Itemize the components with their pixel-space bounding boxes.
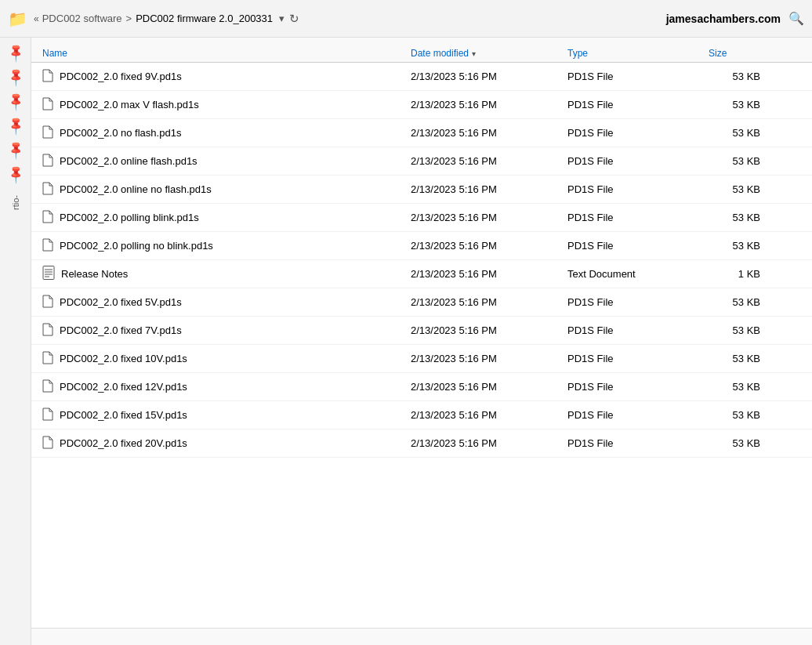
document-icon: [42, 266, 55, 282]
pin-icon-3[interactable]: 📌: [5, 91, 27, 113]
breadcrumb-separator: >: [126, 13, 132, 24]
folder-icon: 📁: [8, 9, 27, 28]
pin-icon-2[interactable]: 📌: [5, 67, 27, 89]
pin-icon-6[interactable]: 📌: [5, 164, 27, 186]
file-name-cell: PDC002_2.0 fixed 20V.pd1s: [31, 436, 400, 451]
file-size: 53 KB: [698, 183, 776, 195]
table-row[interactable]: PDC002_2.0 fixed 7V.pd1s 2/13/2023 5:16 …: [31, 317, 812, 345]
col-name-header[interactable]: Name: [31, 48, 400, 59]
pin-icon-4[interactable]: 📌: [5, 115, 27, 137]
file-date: 2/13/2023 5:16 PM: [400, 409, 556, 421]
refresh-button[interactable]: ↻: [289, 12, 299, 26]
file-size: 53 KB: [698, 71, 776, 82]
file-name: PDC002_2.0 online flash.pd1s: [60, 155, 198, 167]
file-date: 2/13/2023 5:16 PM: [400, 268, 556, 280]
file-name: PDC002_2.0 fixed 5V.pd1s: [60, 296, 182, 308]
col-size-header[interactable]: Size: [698, 48, 776, 59]
file-name: PDC002_2.0 fixed 9V.pd1s: [60, 71, 182, 82]
file-icon: [42, 323, 53, 339]
file-date: 2/13/2023 5:16 PM: [400, 212, 556, 223]
site-name[interactable]: jamesachambers.com: [666, 13, 781, 25]
file-name-cell: PDC002_2.0 polling blink.pd1s: [31, 210, 400, 226]
file-type: PD1S File: [556, 381, 698, 393]
table-row[interactable]: PDC002_2.0 online flash.pd1s 2/13/2023 5…: [31, 147, 812, 176]
table-row[interactable]: PDC002_2.0 online no flash.pd1s 2/13/202…: [31, 176, 812, 204]
table-row[interactable]: PDC002_2.0 polling blink.pd1s 2/13/2023 …: [31, 204, 812, 232]
table-row[interactable]: PDC002_2.0 fixed 9V.pd1s 2/13/2023 5:16 …: [31, 63, 812, 91]
file-name: PDC002_2.0 polling blink.pd1s: [60, 212, 199, 223]
table-row[interactable]: PDC002_2.0 fixed 5V.pd1s 2/13/2023 5:16 …: [31, 288, 812, 317]
file-size: 53 KB: [698, 240, 776, 252]
table-row[interactable]: PDC002_2.0 max V flash.pd1s 2/13/2023 5:…: [31, 91, 812, 119]
file-date: 2/13/2023 5:16 PM: [400, 381, 556, 393]
file-icon: [42, 295, 53, 310]
col-type-header[interactable]: Type: [556, 48, 698, 59]
file-name-cell: PDC002_2.0 polling no blink.pd1s: [31, 238, 400, 254]
breadcrumb-arrow: «: [34, 13, 39, 24]
file-type: PD1S File: [556, 437, 698, 449]
file-name: PDC002_2.0 fixed 7V.pd1s: [60, 324, 182, 336]
file-name: PDC002_2.0 fixed 12V.pd1s: [60, 381, 187, 393]
file-type: PD1S File: [556, 155, 698, 167]
column-headers: Name Date modified ▾ Type Size: [31, 38, 812, 63]
pin-icon-1[interactable]: 📌: [5, 42, 27, 64]
breadcrumb-dropdown-icon[interactable]: ▾: [279, 13, 285, 24]
sidebar-partial-label: rtio-: [11, 195, 20, 210]
file-icon: [42, 154, 53, 169]
breadcrumb-current[interactable]: PDC002 firmware 2.0_200331: [136, 13, 273, 24]
file-icon: [42, 182, 53, 197]
table-row[interactable]: PDC002_2.0 fixed 12V.pd1s 2/13/2023 5:16…: [31, 373, 812, 401]
file-type: PD1S File: [556, 409, 698, 421]
file-size: 53 KB: [698, 127, 776, 139]
sort-arrow-icon: ▾: [472, 49, 476, 58]
table-row[interactable]: PDC002_2.0 polling no blink.pd1s 2/13/20…: [31, 232, 812, 260]
file-name: PDC002_2.0 max V flash.pd1s: [60, 99, 199, 111]
file-date: 2/13/2023 5:16 PM: [400, 127, 556, 139]
file-name: PDC002_2.0 fixed 15V.pd1s: [60, 409, 187, 421]
file-icon: [42, 97, 53, 113]
file-type: PD1S File: [556, 296, 698, 308]
col-date-header[interactable]: Date modified ▾: [400, 48, 556, 59]
table-row[interactable]: PDC002_2.0 fixed 15V.pd1s 2/13/2023 5:16…: [31, 401, 812, 429]
file-date: 2/13/2023 5:16 PM: [400, 324, 556, 336]
search-button[interactable]: 🔍: [788, 11, 804, 26]
file-icon: [42, 238, 53, 254]
file-size: 53 KB: [698, 353, 776, 364]
table-row[interactable]: PDC002_2.0 fixed 20V.pd1s 2/13/2023 5:16…: [31, 429, 812, 458]
file-name-cell: PDC002_2.0 fixed 9V.pd1s: [31, 69, 400, 85]
file-name: PDC002_2.0 fixed 10V.pd1s: [60, 353, 187, 364]
file-size: 53 KB: [698, 381, 776, 393]
file-name: Release Notes: [61, 268, 128, 280]
svg-rect-0: [43, 266, 54, 280]
file-type: PD1S File: [556, 71, 698, 82]
file-name: PDC002_2.0 online no flash.pd1s: [60, 183, 212, 195]
file-date: 2/13/2023 5:16 PM: [400, 71, 556, 82]
file-size: 53 KB: [698, 212, 776, 223]
file-type: PD1S File: [556, 183, 698, 195]
file-type: PD1S File: [556, 99, 698, 111]
breadcrumb-parent[interactable]: PDC002 software: [42, 13, 122, 24]
top-bar: 📁 « PDC002 software > PDC002 firmware 2.…: [0, 0, 812, 38]
file-name-cell: PDC002_2.0 fixed 5V.pd1s: [31, 295, 400, 310]
table-row[interactable]: Release Notes 2/13/2023 5:16 PM Text Doc…: [31, 260, 812, 288]
main-content: Name Date modified ▾ Type Size PDC002_2.…: [31, 38, 812, 645]
file-icon: [42, 351, 53, 367]
file-list: PDC002_2.0 fixed 9V.pd1s 2/13/2023 5:16 …: [31, 63, 812, 628]
layout: 📌 📌 📌 📌 📌 📌 rtio- Name Date modified ▾ T…: [0, 38, 812, 645]
top-bar-right: jamesachambers.com 🔍: [666, 11, 804, 26]
file-size: 53 KB: [698, 324, 776, 336]
file-date: 2/13/2023 5:16 PM: [400, 437, 556, 449]
table-row[interactable]: PDC002_2.0 no flash.pd1s 2/13/2023 5:16 …: [31, 119, 812, 147]
file-size: 53 KB: [698, 409, 776, 421]
file-date: 2/13/2023 5:16 PM: [400, 353, 556, 364]
pin-icon-5[interactable]: 📌: [5, 140, 27, 161]
table-row[interactable]: PDC002_2.0 fixed 10V.pd1s 2/13/2023 5:16…: [31, 345, 812, 373]
file-name: PDC002_2.0 polling no blink.pd1s: [60, 240, 213, 252]
file-name-cell: PDC002_2.0 max V flash.pd1s: [31, 97, 400, 113]
file-icon: [42, 379, 53, 395]
file-size: 53 KB: [698, 155, 776, 167]
file-type: PD1S File: [556, 212, 698, 223]
file-size: 53 KB: [698, 296, 776, 308]
file-type: PD1S File: [556, 324, 698, 336]
file-icon: [42, 408, 53, 423]
